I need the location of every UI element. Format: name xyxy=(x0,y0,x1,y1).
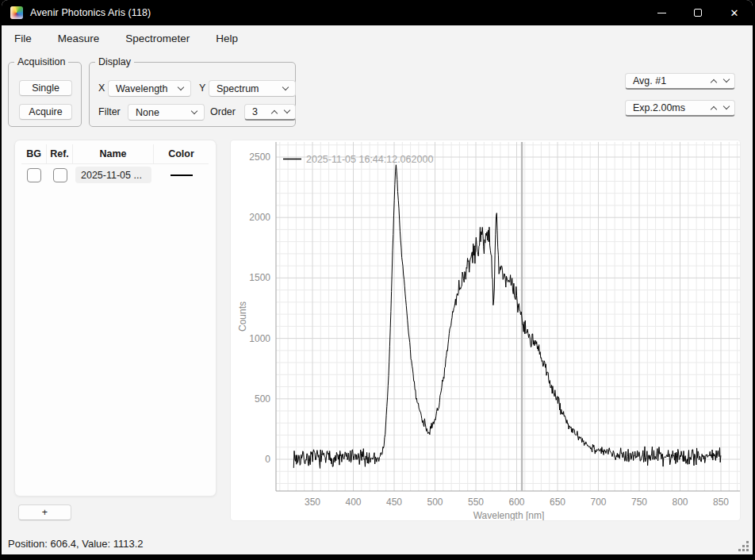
chart-panel: 3504004505005506006507007508008500500100… xyxy=(230,140,741,521)
svg-text:700: 700 xyxy=(590,497,606,508)
resize-grip-icon[interactable] xyxy=(738,541,749,551)
titlebar: Avenir Photonics Aris (118) ✕ xyxy=(2,0,753,25)
table-row: 2025-11-05 ... xyxy=(21,165,209,185)
spin-up-icon[interactable] xyxy=(711,79,717,86)
maximize-icon xyxy=(694,9,702,17)
spectrum-plot[interactable]: 3504004505005506006507007508008500500100… xyxy=(231,140,741,521)
x-axis-select[interactable]: Wavelength xyxy=(108,80,191,97)
y-axis-title: Counts xyxy=(237,301,248,332)
column-header-color: Color xyxy=(154,144,209,163)
menu-file[interactable]: File xyxy=(13,30,33,47)
app-window: Avenir Photonics Aris (118) ✕ File Measu… xyxy=(2,0,753,554)
window-controls: ✕ xyxy=(643,0,753,25)
svg-text:550: 550 xyxy=(468,497,484,508)
close-icon: ✕ xyxy=(730,8,739,18)
acquisition-group: Acquisition Single Acquire xyxy=(8,62,82,127)
filter-label: Filter xyxy=(98,106,121,117)
x-axis-label: X xyxy=(98,82,105,94)
avg-spinner[interactable]: Avg. #1 xyxy=(625,73,735,90)
add-spectrum-button[interactable]: + xyxy=(18,504,71,520)
svg-text:350: 350 xyxy=(305,497,320,508)
spin-down-icon[interactable] xyxy=(723,103,730,109)
order-spinner-value: 3 xyxy=(252,106,258,117)
chart-grid xyxy=(276,142,741,491)
svg-text:750: 750 xyxy=(631,497,647,508)
svg-text:0: 0 xyxy=(265,454,270,465)
spin-down-icon[interactable] xyxy=(723,76,730,82)
menu-spectrometer[interactable]: Spectrometer xyxy=(124,30,191,47)
svg-text:2025-11-05 16:44:12.062000: 2025-11-05 16:44:12.062000 xyxy=(306,154,433,165)
app-icon xyxy=(10,6,23,19)
svg-text:400: 400 xyxy=(345,497,361,508)
spin-up-icon[interactable] xyxy=(711,106,717,113)
svg-text:500: 500 xyxy=(255,393,270,405)
column-header-name: Name xyxy=(73,144,154,163)
filter-select[interactable]: None xyxy=(128,104,205,121)
svg-text:650: 650 xyxy=(550,497,565,508)
menu-help[interactable]: Help xyxy=(214,30,240,47)
chevron-down-icon xyxy=(191,107,197,113)
menu-measure[interactable]: Measure xyxy=(56,30,102,47)
filter-select-value: None xyxy=(136,107,159,118)
exposure-spinner-value: Exp.2.00ms xyxy=(633,102,685,113)
y-axis-select[interactable]: Spectrum xyxy=(209,80,296,97)
svg-text:500: 500 xyxy=(427,497,443,508)
spin-up-icon[interactable] xyxy=(271,110,278,117)
chart-legend: 2025-11-05 16:44:12.062000 xyxy=(283,154,433,165)
exposure-spinner[interactable]: Exp.2.00ms xyxy=(625,100,735,117)
order-spinner[interactable]: 3 xyxy=(244,104,296,121)
acquire-button[interactable]: Acquire xyxy=(19,104,72,120)
display-group-label: Display xyxy=(95,56,134,68)
svg-text:2500: 2500 xyxy=(249,152,270,163)
bg-checkbox[interactable] xyxy=(27,168,41,182)
svg-text:800: 800 xyxy=(672,497,688,508)
svg-text:600: 600 xyxy=(508,497,524,508)
display-group: Display X Wavelength Y Spectrum Filter N… xyxy=(89,62,296,127)
maximize-button[interactable] xyxy=(680,0,716,25)
table-header: BG Ref. Name Color xyxy=(21,144,209,164)
status-position-value: Position: 606.4, Value: 1113.2 xyxy=(8,538,144,550)
single-button[interactable]: Single xyxy=(19,80,72,96)
close-button[interactable]: ✕ xyxy=(716,0,753,25)
minimize-icon xyxy=(657,13,666,13)
y-axis-select-value: Spectrum xyxy=(217,83,259,94)
window-title: Avenir Photonics Aris (118) xyxy=(30,7,151,18)
order-label: Order xyxy=(210,106,236,117)
chevron-down-icon xyxy=(178,83,184,90)
column-header-bg: BG xyxy=(21,144,47,163)
svg-text:2000: 2000 xyxy=(249,212,270,223)
column-header-ref: Ref. xyxy=(47,144,73,163)
avg-spinner-value: Avg. #1 xyxy=(633,75,666,86)
svg-text:450: 450 xyxy=(386,497,402,508)
ref-checkbox[interactable] xyxy=(53,168,67,182)
chart-tick-labels: 3504004505005506006507007508008500500100… xyxy=(249,152,729,508)
spectrum-name[interactable]: 2025-11-05 ... xyxy=(75,167,151,183)
x-axis-title: Wavelength [nm] xyxy=(473,510,545,521)
minimize-button[interactable] xyxy=(643,0,680,25)
svg-text:850: 850 xyxy=(713,497,729,508)
menubar: File Measure Spectrometer Help xyxy=(2,25,753,51)
color-swatch[interactable] xyxy=(171,175,193,176)
svg-text:1500: 1500 xyxy=(249,272,270,283)
svg-text:1000: 1000 xyxy=(249,333,270,344)
x-axis-select-value: Wavelength xyxy=(116,83,168,94)
chevron-down-icon xyxy=(282,83,289,90)
spin-down-icon[interactable] xyxy=(284,107,290,113)
y-axis-label: Y xyxy=(199,82,205,94)
spectra-list-panel: BG Ref. Name Color 2025-11-05 ... xyxy=(14,140,217,497)
acquisition-group-label: Acquisition xyxy=(14,56,68,68)
